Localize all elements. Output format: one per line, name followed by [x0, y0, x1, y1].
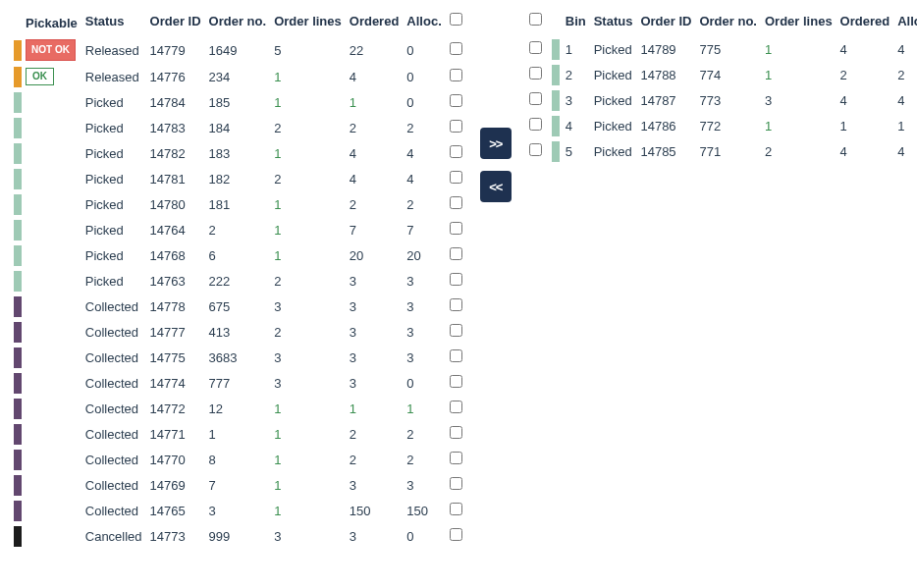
table-row[interactable]: Collected14778675333: [14, 294, 466, 319]
col-order-no[interactable]: Order no.: [695, 10, 761, 36]
col-alloc[interactable]: Alloc.: [893, 10, 917, 36]
table-row[interactable]: Picked147642177: [14, 217, 466, 242]
table-row[interactable]: Collected147708122: [14, 447, 466, 472]
table-row[interactable]: Picked14784185110: [14, 89, 466, 115]
table-row[interactable]: NOT OKReleased1477916495220: [14, 36, 466, 64]
row-checkbox[interactable]: [450, 349, 462, 362]
row-checkbox[interactable]: [450, 145, 462, 158]
alloc-cell: 4: [893, 36, 917, 62]
table-row[interactable]: Picked14783184222: [14, 115, 466, 140]
row-checkbox[interactable]: [450, 528, 462, 541]
row-checkbox[interactable]: [450, 247, 462, 260]
status-cell: Picked: [81, 89, 146, 115]
table-row[interactable]: 4Picked14786772111: [525, 113, 917, 138]
ordered-cell: 7: [346, 217, 404, 242]
alloc-cell: 2: [403, 421, 445, 447]
order-lines-cell: 1: [761, 36, 836, 62]
col-order-id[interactable]: Order ID: [636, 10, 695, 36]
alloc-cell: 150: [403, 498, 445, 523]
ordered-cell: 2: [346, 447, 404, 472]
col-pickable[interactable]: Pickable: [22, 10, 81, 36]
row-checkbox[interactable]: [450, 503, 462, 515]
table-row[interactable]: 2Picked14788774122: [525, 62, 917, 87]
row-checkbox[interactable]: [529, 41, 542, 54]
alloc-cell: 0: [403, 64, 445, 89]
order-lines-cell: 1: [270, 421, 346, 447]
table-row[interactable]: Picked14780181122: [14, 191, 466, 217]
status-color-icon: [552, 116, 560, 136]
col-ordered[interactable]: Ordered: [836, 10, 894, 36]
row-checkbox[interactable]: [529, 92, 542, 105]
bins-select-all-checkbox[interactable]: [529, 13, 542, 26]
table-row[interactable]: Picked14763222233: [14, 268, 466, 294]
order-id-cell: 14768: [146, 242, 205, 268]
col-order-lines[interactable]: Order lines: [270, 10, 346, 36]
row-checkbox[interactable]: [529, 67, 542, 80]
table-row[interactable]: Collected147697133: [14, 472, 466, 498]
col-status[interactable]: Status: [590, 10, 637, 36]
order-id-cell: 14773: [146, 523, 205, 549]
table-row[interactable]: OKReleased14776234140: [14, 64, 466, 89]
row-checkbox[interactable]: [450, 477, 462, 490]
row-checkbox[interactable]: [450, 426, 462, 439]
table-row[interactable]: 1Picked14789775144: [525, 36, 917, 62]
table-row[interactable]: 5Picked14785771244: [525, 138, 917, 164]
status-color-icon: [14, 169, 22, 189]
table-row[interactable]: Collected147711122: [14, 421, 466, 447]
row-checkbox[interactable]: [450, 375, 462, 388]
row-checkbox[interactable]: [529, 118, 542, 131]
orders-select-all-checkbox[interactable]: [450, 13, 462, 26]
table-row[interactable]: Collected14774777330: [14, 370, 466, 396]
ordered-cell: 2: [346, 421, 404, 447]
col-order-lines[interactable]: Order lines: [761, 10, 836, 36]
table-row[interactable]: Collected1477212111: [14, 396, 466, 421]
table-row[interactable]: Picked14781182244: [14, 166, 466, 191]
order-no-cell: 12: [205, 396, 271, 421]
order-lines-cell: 1: [270, 191, 346, 217]
table-row[interactable]: 3Picked14787773344: [525, 87, 917, 113]
order-lines-cell: 3: [270, 370, 346, 396]
row-checkbox[interactable]: [450, 401, 462, 413]
row-checkbox[interactable]: [450, 452, 462, 464]
alloc-cell: 0: [403, 89, 445, 115]
col-ordered[interactable]: Ordered: [346, 10, 404, 36]
order-id-cell: 14769: [146, 472, 205, 498]
order-no-cell: 777: [205, 370, 271, 396]
row-checkbox[interactable]: [450, 120, 462, 133]
order-no-cell: 413: [205, 319, 271, 345]
row-checkbox[interactable]: [450, 171, 462, 184]
status-cell: Picked: [590, 36, 637, 62]
order-id-cell: 14770: [146, 447, 205, 472]
orders-header-row: Pickable Status Order ID Order no. Order…: [14, 10, 466, 36]
row-checkbox[interactable]: [450, 324, 462, 337]
status-color-icon: [14, 296, 22, 317]
row-checkbox[interactable]: [450, 222, 462, 235]
table-row[interactable]: Picked14782183144: [14, 140, 466, 166]
col-bin[interactable]: Bin: [562, 10, 590, 36]
order-lines-cell: 2: [270, 115, 346, 140]
row-checkbox[interactable]: [450, 42, 462, 55]
table-row[interactable]: Cancelled14773999330: [14, 523, 466, 549]
col-alloc[interactable]: Alloc.: [403, 10, 445, 36]
row-checkbox[interactable]: [450, 273, 462, 286]
row-checkbox[interactable]: [450, 69, 462, 81]
row-checkbox[interactable]: [529, 143, 542, 156]
move-right-button[interactable]: >>: [480, 128, 512, 159]
row-checkbox[interactable]: [450, 196, 462, 209]
status-cell: Released: [81, 36, 146, 64]
status-color-icon: [14, 245, 22, 266]
order-no-cell: 3: [205, 498, 271, 523]
col-order-no[interactable]: Order no.: [205, 10, 271, 36]
table-row[interactable]: Collected14777413233: [14, 319, 466, 345]
status-cell: Picked: [81, 115, 146, 140]
table-row[interactable]: Picked14768612020: [14, 242, 466, 268]
table-row[interactable]: Collected1476531150150: [14, 498, 466, 523]
order-no-cell: 6: [205, 242, 271, 268]
table-row[interactable]: Collected147753683333: [14, 345, 466, 370]
order-id-cell: 14781: [146, 166, 205, 191]
move-left-button[interactable]: <<: [480, 171, 512, 202]
col-status[interactable]: Status: [81, 10, 146, 36]
row-checkbox[interactable]: [450, 94, 462, 107]
col-order-id[interactable]: Order ID: [146, 10, 205, 36]
row-checkbox[interactable]: [450, 298, 462, 311]
